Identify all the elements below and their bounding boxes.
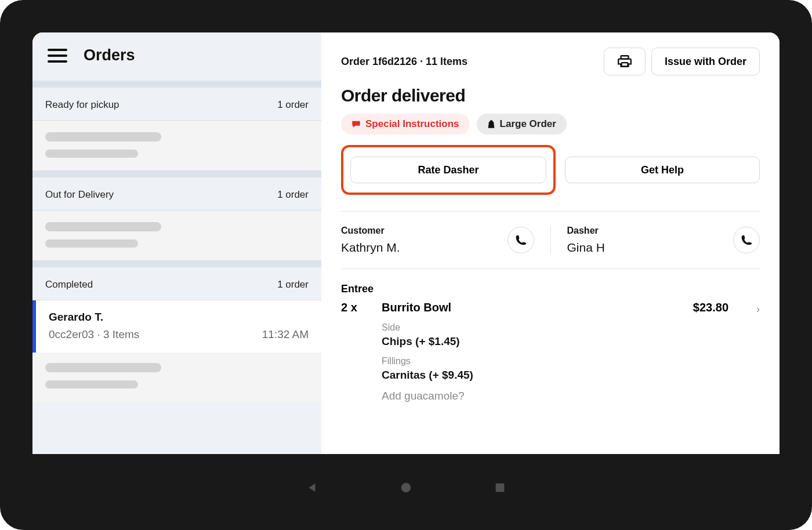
section-header[interactable]: Out for Delivery 1 order [32, 177, 321, 210]
dasher-contact: Dasher Gina H [550, 226, 760, 255]
items-heading: Entree [341, 283, 760, 295]
back-icon[interactable] [306, 481, 318, 494]
mod-label: Side [382, 322, 676, 333]
svg-point-2 [401, 483, 411, 493]
skeleton-order [32, 210, 321, 260]
section-header[interactable]: Completed 1 order [32, 267, 321, 300]
svg-rect-1 [622, 63, 628, 67]
section-count: 1 order [277, 189, 309, 201]
chevron-right-icon: › [756, 303, 760, 315]
customer-contact: Customer Kathryn M. [341, 226, 550, 255]
skeleton-order [32, 121, 321, 170]
app-screen: Orders Ready for pickup 1 order Out for … [32, 32, 780, 454]
contacts: Customer Kathryn M. Dasher Gina H [341, 212, 760, 269]
section-label: Out for Delivery [45, 189, 114, 201]
divider [32, 170, 321, 177]
item-price: $23.80 [693, 301, 728, 314]
dasher-label: Dasher [567, 226, 605, 236]
rate-dasher-highlight: Rate Dasher [341, 145, 556, 195]
recent-icon[interactable] [494, 481, 506, 494]
customer-label: Customer [341, 226, 400, 236]
tablet-frame: Orders Ready for pickup 1 order Out for … [0, 0, 812, 530]
section-label: Ready for pickup [45, 99, 119, 111]
orders-sidebar: Orders Ready for pickup 1 order Out for … [32, 32, 321, 454]
divider [32, 81, 321, 88]
phone-icon [741, 234, 752, 246]
section-header[interactable]: Ready for pickup 1 order [32, 88, 321, 121]
detail-header: Order 1f6d2126 · 11 Items Issue with Ord… [341, 48, 760, 75]
issue-with-order-button[interactable]: Issue with Order [651, 48, 760, 75]
mod-label: Fillings [382, 356, 676, 366]
mod-value: Chips (+ $1.45) [382, 335, 676, 348]
section-count: 1 order [277, 99, 309, 111]
note-icon [351, 120, 361, 128]
tag-row: Special Instructions Large Order [341, 114, 760, 135]
large-order-tag[interactable]: Large Order [477, 114, 567, 135]
section-label: Completed [45, 279, 93, 291]
completed-order-item[interactable]: Gerardo T. 0cc2er03 · 3 Items 11:32 AM [32, 300, 321, 353]
mod-option: Add guacamole? [382, 390, 676, 402]
phone-icon [515, 234, 527, 246]
get-help-button[interactable]: Get Help [565, 157, 760, 183]
items-section: Entree 2 x Burrito Bowl Side Chips (+ $1… [341, 283, 760, 402]
order-customer-name: Gerardo T. [49, 311, 139, 324]
call-dasher-button[interactable] [733, 227, 760, 253]
home-icon[interactable] [400, 481, 412, 494]
dasher-name: Gina H [567, 241, 605, 255]
printer-icon [617, 54, 632, 69]
item-row[interactable]: 2 x Burrito Bowl Side Chips (+ $1.45) Fi… [341, 301, 760, 402]
print-button[interactable] [604, 48, 646, 75]
special-instructions-tag[interactable]: Special Instructions [341, 114, 470, 135]
item-qty: 2 x [341, 301, 364, 314]
android-navbar [0, 473, 812, 502]
skeleton-order [32, 353, 321, 401]
order-detail: Order 1f6d2126 · 11 Items Issue with Ord… [321, 32, 780, 454]
order-time: 11:32 AM [262, 328, 309, 341]
order-status-heading: Order delivered [341, 86, 760, 106]
mod-value: Carnitas (+ $9.45) [382, 369, 676, 382]
order-meta: 0cc2er03 · 3 Items [49, 328, 139, 341]
section-ready: Ready for pickup 1 order [32, 88, 321, 170]
sidebar-title: Orders [84, 46, 135, 64]
order-id-line: Order 1f6d2126 · 11 Items [341, 56, 467, 68]
call-customer-button[interactable] [507, 227, 534, 253]
divider [32, 260, 321, 267]
svg-rect-3 [496, 484, 505, 492]
section-completed: Completed 1 order Gerardo T. 0cc2er03 · … [32, 267, 321, 401]
bag-icon [487, 119, 495, 129]
customer-name: Kathryn M. [341, 241, 400, 255]
section-out-for-delivery: Out for Delivery 1 order [32, 177, 321, 260]
item-name: Burrito Bowl [382, 301, 676, 314]
rate-dasher-button[interactable]: Rate Dasher [350, 157, 546, 183]
sidebar-header: Orders [32, 32, 321, 81]
menu-icon[interactable] [48, 49, 67, 63]
section-count: 1 order [277, 279, 309, 291]
